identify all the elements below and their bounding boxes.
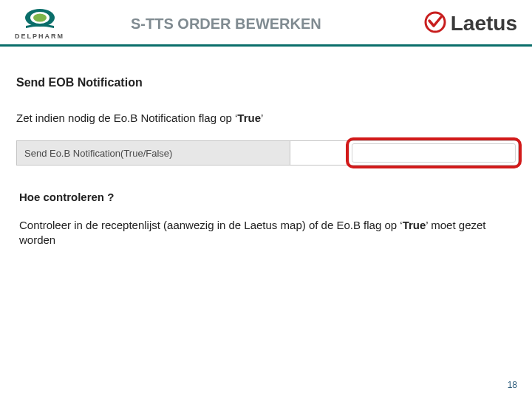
- instruction-suffix: ’: [261, 112, 263, 124]
- field-input-cell: [349, 141, 518, 165]
- check-body-bold: True: [403, 219, 426, 231]
- laetus-logo-text: Laetus: [451, 12, 517, 35]
- eob-notification-input[interactable]: [352, 143, 516, 163]
- check-body: Controleer in de receptenlijst (aanwezig…: [16, 218, 516, 248]
- laetus-logo: Laetus: [424, 11, 517, 36]
- laetus-icon: [424, 11, 446, 36]
- field-row: Send Eo.B Notification(True/False): [16, 140, 519, 166]
- section-heading: Send EOB Notification: [16, 76, 516, 89]
- field-screenshot: Send Eo.B Notification(True/False): [16, 140, 519, 166]
- slide-title: S-TTS ORDER BEWERKEN: [64, 16, 424, 33]
- field-label: Send Eo.B Notification(True/False): [17, 141, 290, 165]
- instruction-prefix: Zet indien nodig de Eo.B Notification fl…: [16, 112, 237, 124]
- instruction-text: Zet indien nodig de Eo.B Notification fl…: [16, 112, 516, 124]
- slide-content: Send EOB Notification Zet indien nodig d…: [0, 47, 532, 248]
- svg-point-2: [33, 14, 47, 22]
- page-number: 18: [508, 380, 517, 390]
- check-body-prefix: Controleer in de receptenlijst (aanwezig…: [19, 219, 403, 231]
- delpharm-logo-text: DELPHARM: [15, 33, 64, 40]
- instruction-bold: True: [237, 112, 261, 124]
- check-heading: Hoe controleren ?: [16, 191, 516, 203]
- field-gap: [290, 141, 349, 165]
- delpharm-icon: [23, 7, 57, 31]
- delpharm-logo: DELPHARM: [15, 7, 64, 40]
- slide-header: DELPHARM S-TTS ORDER BEWERKEN Laetus: [0, 0, 532, 47]
